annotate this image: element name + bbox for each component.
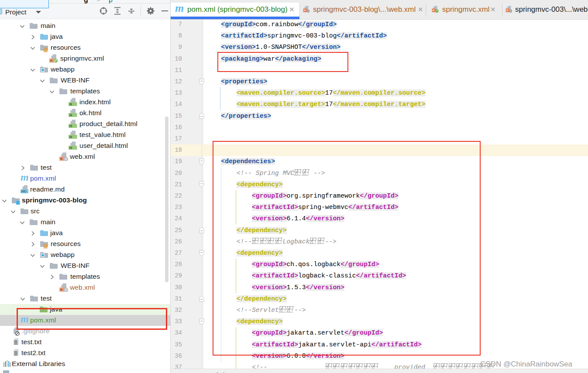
svg-text:<: < xyxy=(433,9,435,12)
svg-text:<: < xyxy=(60,287,63,292)
svg-text:<: < xyxy=(304,9,306,12)
svg-text:<: < xyxy=(506,9,509,12)
svg-text:H: H xyxy=(69,124,72,128)
svg-text:H: H xyxy=(69,113,72,117)
svg-text:H: H xyxy=(69,135,72,139)
svg-text:<: < xyxy=(50,58,53,63)
svg-text:<: < xyxy=(60,157,63,161)
svg-text:MD: MD xyxy=(21,189,27,193)
svg-text:H: H xyxy=(69,146,72,150)
svg-text:H: H xyxy=(69,102,72,106)
